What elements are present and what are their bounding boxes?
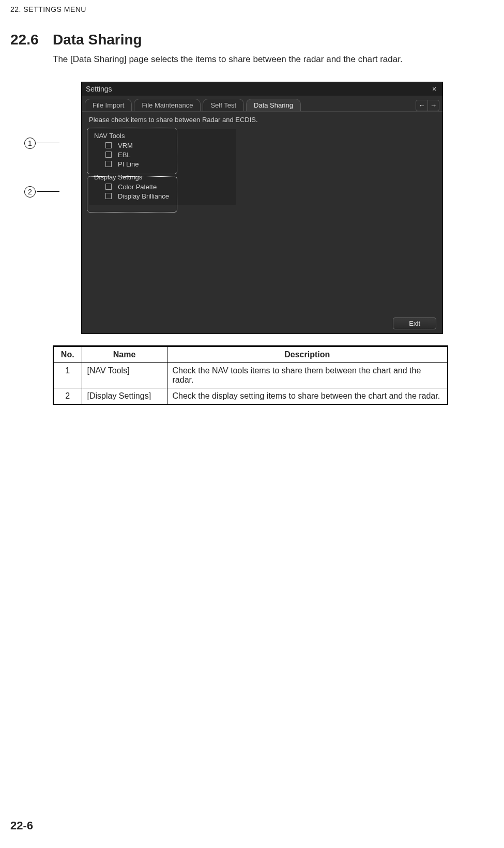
checkbox-ebl-label: EBL [118, 151, 131, 159]
checkbox-display-brilliance[interactable] [105, 193, 112, 199]
arrow-right-icon[interactable]: → [427, 100, 439, 111]
checkbox-color-palette[interactable] [105, 184, 112, 190]
cell-name: [NAV Tools] [82, 362, 167, 388]
tab-file-maintenance[interactable]: File Maintenance [134, 99, 201, 111]
settings-window: Settings × File Import File Maintenance … [81, 82, 443, 334]
th-description: Description [167, 346, 448, 362]
checkbox-row-pi-line: PI Line [105, 160, 231, 168]
cell-desc: Check the NAV tools items to share them … [167, 362, 448, 388]
cell-desc: Check the display setting items to share… [167, 388, 448, 404]
section-heading: 22.6 Data Sharing [10, 32, 476, 48]
tab-data-sharing[interactable]: Data Sharing [246, 99, 301, 111]
tab-file-import[interactable]: File Import [85, 99, 132, 111]
table-row: 1 [NAV Tools] Check the NAV tools items … [53, 362, 448, 388]
table-row: 2 [Display Settings] Check the display s… [53, 388, 448, 404]
checkbox-row-vrm: VRM [105, 142, 231, 149]
running-header: 22. SETTINGS MENU [10, 5, 476, 13]
checkbox-vrm[interactable] [105, 142, 112, 148]
tab-bar: File Import File Maintenance Self Test D… [82, 96, 442, 111]
close-icon[interactable]: × [430, 85, 438, 93]
th-name: Name [82, 346, 167, 362]
instruction-text: Please check items to share between Rada… [89, 116, 435, 124]
checkbox-ebl[interactable] [105, 152, 112, 158]
section-number: 22.6 [10, 32, 53, 48]
checkbox-vrm-label: VRM [118, 142, 133, 149]
section-title: Data Sharing [53, 32, 142, 48]
checkbox-pi-line-label: PI Line [118, 160, 139, 168]
th-no: No. [53, 346, 82, 362]
cell-name: [Display Settings] [82, 388, 167, 404]
tab-scroll-arrows: ← → [416, 100, 439, 111]
share-panel: NAV Tools VRM EBL PI Line [89, 129, 236, 205]
cell-no: 2 [53, 388, 82, 404]
intro-paragraph: The [Data Sharing] page selects the item… [53, 53, 476, 66]
exit-button[interactable]: Exit [393, 317, 436, 329]
dialog-body: Please check items to share between Rada… [82, 111, 442, 334]
callout-2: 2 [24, 186, 36, 198]
group-nav-tools: NAV Tools VRM EBL PI Line [94, 132, 231, 168]
checkbox-row-ebl: EBL [105, 151, 231, 159]
titlebar: Settings × [82, 82, 442, 96]
callout-2-leader [37, 191, 59, 192]
group-display-settings: Display Settings Color Palette Display B… [94, 173, 231, 200]
group-display-settings-label: Display Settings [94, 173, 231, 181]
callout-1-leader [37, 143, 59, 143]
checkbox-display-brilliance-label: Display Brilliance [118, 192, 169, 200]
checkbox-row-color-palette: Color Palette [105, 183, 231, 191]
tab-self-test[interactable]: Self Test [203, 99, 244, 111]
window-title: Settings [86, 85, 112, 93]
callout-1: 1 [24, 138, 36, 149]
description-table: No. Name Description 1 [NAV Tools] Check… [53, 345, 448, 405]
group-nav-tools-label: NAV Tools [94, 132, 231, 140]
checkbox-pi-line[interactable] [105, 161, 112, 167]
arrow-left-icon[interactable]: ← [416, 100, 427, 111]
page-number: 22-6 [10, 819, 33, 832]
checkbox-color-palette-label: Color Palette [118, 183, 157, 191]
cell-no: 1 [53, 362, 82, 388]
checkbox-row-display-brilliance: Display Brilliance [105, 192, 231, 200]
callout-layer: 1 2 [24, 82, 53, 334]
